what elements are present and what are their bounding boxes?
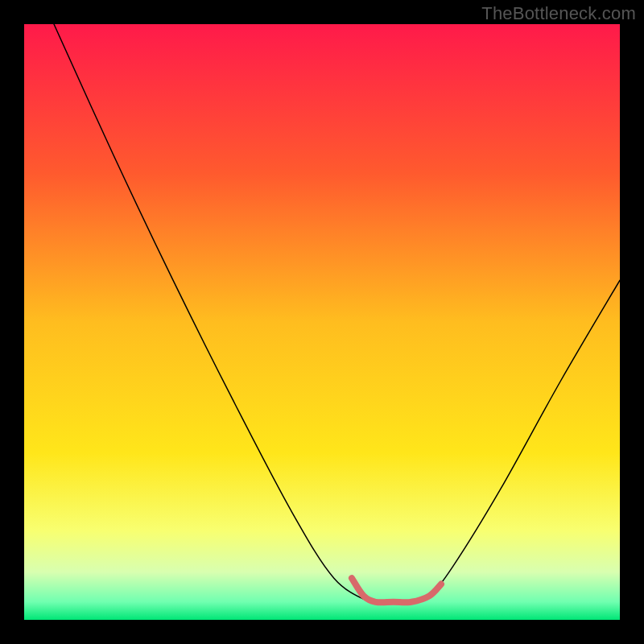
plot-area xyxy=(24,24,620,620)
chart-frame: TheBottleneck.com xyxy=(0,0,644,644)
gradient-background xyxy=(24,24,620,620)
watermark-text: TheBottleneck.com xyxy=(481,3,636,24)
chart-svg xyxy=(24,24,620,620)
